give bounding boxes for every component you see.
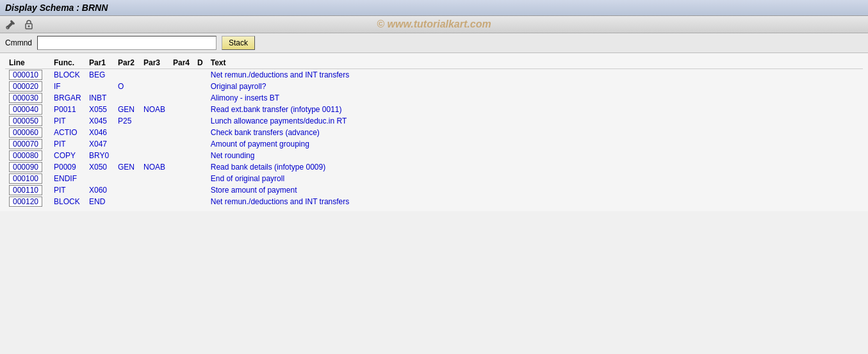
svg-point-4 bbox=[28, 26, 30, 28]
table-row: 000020IFOOriginal payroll? bbox=[5, 81, 863, 92]
cell-par3 bbox=[140, 115, 169, 127]
cell-par1: END bbox=[85, 196, 114, 207]
cell-d bbox=[193, 150, 207, 161]
table-row: 000090P0009X050GENNOABRead bank details … bbox=[5, 161, 863, 173]
cell-par3 bbox=[140, 173, 169, 184]
cell-line[interactable]: 000040 bbox=[5, 104, 50, 115]
stack-button[interactable]: Stack bbox=[222, 36, 255, 50]
cell-par2 bbox=[114, 150, 140, 161]
cell-d bbox=[193, 138, 207, 150]
cell-text: Read bank details (infotype 0009) bbox=[207, 161, 863, 173]
col-header-d: D bbox=[193, 57, 207, 69]
cell-line[interactable]: 000120 bbox=[5, 196, 50, 207]
cell-func: BLOCK bbox=[50, 69, 85, 81]
cell-par1: BEG bbox=[85, 69, 114, 81]
cell-d bbox=[193, 161, 207, 173]
table-row: 000050PITX045P25Lunch allowance payments… bbox=[5, 115, 863, 127]
cell-par1: X055 bbox=[85, 104, 114, 115]
cell-par3 bbox=[140, 81, 169, 92]
cell-text: Net remun./deductions and INT transfers bbox=[207, 69, 863, 81]
cell-par1 bbox=[85, 173, 114, 184]
cell-par1 bbox=[85, 81, 114, 92]
cell-par3 bbox=[140, 150, 169, 161]
cell-line[interactable]: 000050 bbox=[5, 115, 50, 127]
cell-par2 bbox=[114, 127, 140, 138]
table-row: 000080COPYBRY0Net rounding bbox=[5, 150, 863, 161]
cell-d bbox=[193, 69, 207, 81]
cell-par4 bbox=[169, 138, 193, 150]
cell-func: PIT bbox=[50, 184, 85, 196]
cell-func: ENDIF bbox=[50, 173, 85, 184]
table-row: 000110PITX060Store amount of payment bbox=[5, 184, 863, 196]
cell-text: Read ext.bank transfer (infotype 0011) bbox=[207, 104, 863, 115]
command-bar: Cmmnd Stack bbox=[0, 33, 868, 53]
cell-par4 bbox=[169, 92, 193, 104]
cell-line[interactable]: 000010 bbox=[5, 69, 50, 81]
cell-par1: X047 bbox=[85, 138, 114, 150]
cell-par3 bbox=[140, 184, 169, 196]
table-row: 000010BLOCKBEGNet remun./deductions and … bbox=[5, 69, 863, 81]
cell-text: Alimony - inserts BT bbox=[207, 92, 863, 104]
tools-icon[interactable] bbox=[5, 19, 18, 30]
cell-par2: GEN bbox=[114, 161, 140, 173]
cell-par2 bbox=[114, 138, 140, 150]
table-body: 000010BLOCKBEGNet remun./deductions and … bbox=[5, 69, 863, 208]
cell-par2 bbox=[114, 92, 140, 104]
table-header-row: Line Func. Par1 Par2 Par3 Par4 D Text bbox=[5, 57, 863, 69]
cell-func: BLOCK bbox=[50, 196, 85, 207]
cell-line[interactable]: 000110 bbox=[5, 184, 50, 196]
cell-d bbox=[193, 81, 207, 92]
cell-func: IF bbox=[50, 81, 85, 92]
cell-par2: O bbox=[114, 81, 140, 92]
table-row: 000030BRGARINBT Alimony - inserts BT bbox=[5, 92, 863, 104]
cell-line[interactable]: 000070 bbox=[5, 138, 50, 150]
cell-text: Amount of payment grouping bbox=[207, 138, 863, 150]
cell-func: P0009 bbox=[50, 161, 85, 173]
command-label: Cmmnd bbox=[5, 38, 32, 47]
cell-d bbox=[193, 184, 207, 196]
cell-func: PIT bbox=[50, 138, 85, 150]
cell-line[interactable]: 000020 bbox=[5, 81, 50, 92]
cell-line[interactable]: 000100 bbox=[5, 173, 50, 184]
cell-line[interactable]: 000060 bbox=[5, 127, 50, 138]
cell-text: Check bank transfers (advance) bbox=[207, 127, 863, 138]
cell-d bbox=[193, 104, 207, 115]
cell-par4 bbox=[169, 150, 193, 161]
cell-line[interactable]: 000030 bbox=[5, 92, 50, 104]
cell-d bbox=[193, 92, 207, 104]
cell-par1: X050 bbox=[85, 161, 114, 173]
cell-d bbox=[193, 127, 207, 138]
col-header-par4: Par4 bbox=[169, 57, 193, 69]
table-row: 000100ENDIFEnd of original payroll bbox=[5, 173, 863, 184]
cell-par3: NOAB bbox=[140, 104, 169, 115]
cell-par1: X046 bbox=[85, 127, 114, 138]
cell-line[interactable]: 000090 bbox=[5, 161, 50, 173]
table-row: 000070PITX047Amount of payment grouping bbox=[5, 138, 863, 150]
cell-par3 bbox=[140, 92, 169, 104]
cell-func: BRGAR bbox=[50, 92, 85, 104]
col-header-par1: Par1 bbox=[85, 57, 114, 69]
cell-par2 bbox=[114, 69, 140, 81]
cell-par4 bbox=[169, 115, 193, 127]
cell-func: PIT bbox=[50, 115, 85, 127]
cell-text: Lunch allowance payments/deduc.in RT bbox=[207, 115, 863, 127]
cell-par4 bbox=[169, 69, 193, 81]
cell-par3: NOAB bbox=[140, 161, 169, 173]
main-content: Line Func. Par1 Par2 Par3 Par4 D Text 00… bbox=[0, 53, 868, 211]
command-input[interactable] bbox=[37, 36, 217, 50]
cell-text: Store amount of payment bbox=[207, 184, 863, 196]
cell-par2 bbox=[114, 184, 140, 196]
title-bar: Display Schema : BRNN bbox=[0, 0, 868, 16]
table-row: 000120BLOCKENDNet remun./deductions and … bbox=[5, 196, 863, 207]
cell-d bbox=[193, 173, 207, 184]
cell-par4 bbox=[169, 104, 193, 115]
page-title: Display Schema : BRNN bbox=[5, 3, 108, 13]
cell-func: P0011 bbox=[50, 104, 85, 115]
cell-par4 bbox=[169, 184, 193, 196]
watermark: © www.tutorialkart.com bbox=[377, 19, 491, 30]
cell-text: Net remun./deductions and INT transfers bbox=[207, 196, 863, 207]
col-header-par3: Par3 bbox=[140, 57, 169, 69]
cell-line[interactable]: 000080 bbox=[5, 150, 50, 161]
lock-icon[interactable] bbox=[23, 19, 36, 30]
cell-par2: GEN bbox=[114, 104, 140, 115]
